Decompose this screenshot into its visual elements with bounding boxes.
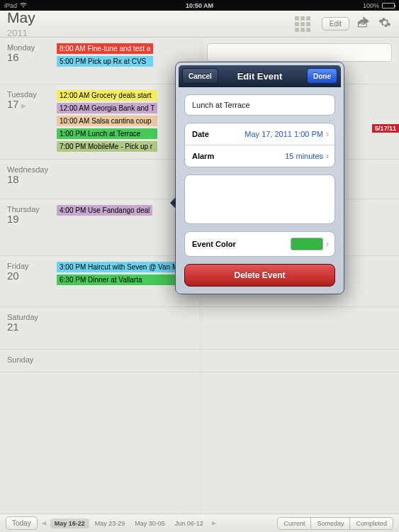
date-value: May 17, 2011 1:00 PM	[245, 130, 323, 138]
app-header: May 2011 Edit	[0, 11, 399, 38]
day-label: Monday16	[7, 43, 57, 77]
event-list: 8:00 AM Fine-tune and test a5:00 PM Pick…	[57, 43, 153, 77]
notes-field[interactable]	[184, 174, 335, 224]
share-icon[interactable]	[356, 16, 371, 32]
battery-pct: 100%	[363, 2, 379, 9]
month-title: May	[7, 9, 35, 26]
right-input-box[interactable]	[207, 43, 392, 62]
edit-button[interactable]: Edit	[322, 17, 349, 31]
month-view-button[interactable]	[295, 16, 315, 32]
footer-bar: Today ◀ May 16-22May 23-29May 30-05Jun 0…	[0, 514, 399, 532]
status-bar: iPad 10:50 AM 100%	[0, 0, 399, 11]
segment-completed[interactable]: Completed	[350, 517, 393, 530]
week-tab[interactable]: Jun 06-12	[171, 519, 208, 528]
delete-event-button[interactable]: Delete Event	[184, 264, 335, 287]
segment-current[interactable]: Current	[277, 517, 311, 530]
date-row[interactable]: Date May 17, 2011 1:00 PM›	[185, 123, 335, 145]
event-color-row[interactable]: Event Color ›	[185, 232, 335, 256]
day-label: Thursday19	[7, 205, 57, 248]
event-item[interactable]: 10:00 AM Salsa cantina coup	[57, 116, 157, 126]
week-tab[interactable]: May 23-29	[91, 519, 130, 528]
list-filter-segment[interactable]: CurrentSomedayCompleted	[277, 517, 393, 530]
chevron-right-icon: ›	[326, 151, 329, 161]
clock: 10:50 AM	[186, 2, 213, 9]
battery-icon	[382, 3, 395, 9]
date-label: Date	[192, 130, 209, 138]
event-list: 12:00 AM Grocery deals start12:00 AM Geo…	[57, 90, 157, 152]
day-label: Saturday21	[7, 313, 57, 342]
event-item[interactable]: 8:00 AM Fine-tune and test a	[57, 43, 153, 54]
chevron-right-icon: ›	[326, 239, 329, 249]
popover-arrow	[170, 197, 176, 209]
event-item[interactable]: 12:00 AM Grocery deals start	[57, 90, 157, 101]
prev-week-icon[interactable]: ◀	[42, 520, 46, 526]
week-tab[interactable]: May 16-22	[50, 519, 89, 528]
event-item[interactable]: 1:00 PM Lunch at Terrace	[57, 128, 157, 139]
event-item[interactable]: 12:00 AM Georgia Bank and T	[57, 103, 157, 113]
segment-someday[interactable]: Someday	[311, 517, 350, 530]
alarm-label: Alarm	[192, 152, 214, 160]
day-label: Wednesday18	[7, 165, 57, 192]
popover-header: Cancel Edit Event Done	[179, 65, 341, 87]
event-item[interactable]: 4:00 PM Use Fandango deal	[57, 205, 152, 216]
edit-event-popover: Cancel Edit Event Done Lunch at Terrace …	[175, 62, 344, 294]
chevron-right-icon: ›	[326, 129, 329, 139]
device-label: iPad	[4, 2, 17, 9]
week-tab[interactable]: May 30-05	[130, 519, 169, 528]
today-date-badge: 5/17/11	[372, 124, 399, 133]
next-week-icon[interactable]: ▶	[212, 520, 216, 526]
today-button[interactable]: Today	[6, 516, 38, 530]
day-label: Sunday	[7, 355, 57, 365]
cancel-button[interactable]: Cancel	[182, 68, 218, 84]
day-label: Tuesday17 ▶	[7, 90, 57, 152]
alarm-value: 15 minutes	[285, 152, 323, 160]
done-button[interactable]: Done	[307, 68, 337, 84]
week-tabs: May 16-22May 23-29May 30-05Jun 06-12	[50, 519, 208, 528]
alarm-row[interactable]: Alarm 15 minutes›	[185, 145, 335, 167]
event-title-field[interactable]: Lunch at Terrace	[184, 94, 335, 116]
day-label: Friday20	[7, 262, 57, 299]
color-swatch	[291, 238, 323, 250]
year-subtitle: 2011	[7, 28, 28, 38]
event-item[interactable]: 5:00 PM Pick up Rx at CVS	[57, 56, 153, 67]
event-color-label: Event Color	[192, 240, 236, 248]
event-list: 4:00 PM Use Fandango deal	[57, 205, 152, 248]
wifi-icon	[20, 2, 27, 9]
gear-icon[interactable]	[378, 16, 392, 32]
popover-title: Edit Event	[237, 71, 283, 82]
event-item[interactable]: 7:00 PM MobileMe - Pick up r	[57, 141, 157, 152]
